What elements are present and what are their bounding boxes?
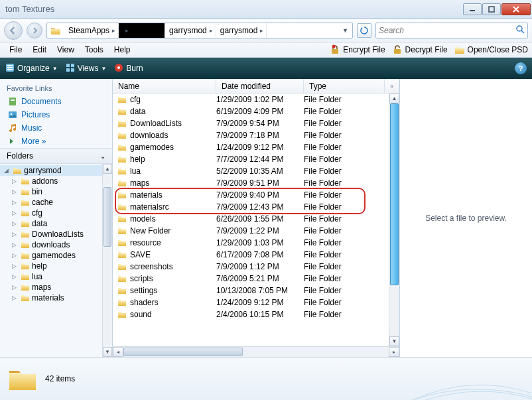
fav-link-pic[interactable]: Pictures [0,108,112,121]
ext-unlock[interactable]: Decrypt File [392,44,448,55]
tree-item[interactable]: ▷DownloadLists [0,229,112,239]
burn-button[interactable]: Burn [114,63,143,74]
ext-lock[interactable]: Encrypt File [330,44,385,55]
file-row[interactable]: lua5/2/2009 10:35 AMFile Folder [113,165,389,177]
file-row[interactable]: data6/19/2009 4:09 PMFile Folder [113,105,389,117]
tree-item[interactable]: ▷downloads [0,239,112,250]
more-icon [8,137,17,146]
tree-item[interactable]: ▷maps [0,282,112,293]
menu-edit[interactable]: Edit [27,43,52,56]
folder-icon [117,214,127,224]
tree-item[interactable]: ▷help [0,261,112,271]
file-row[interactable]: sound2/4/2006 10:15 PMFile Folder [113,308,389,320]
maximize-button[interactable] [482,3,501,15]
folder-icon [117,226,127,236]
file-row[interactable]: models6/26/2009 1:55 PMFile Folder [113,213,389,225]
file-row[interactable]: New Folder7/9/2009 1:22 PMFile Folder [113,225,389,237]
tree-item[interactable]: ▷data [0,218,112,229]
address-dropdown-icon[interactable]: ▼ [338,27,352,34]
tree-scrollbar[interactable]: ▲ ▼ [102,164,112,357]
breadcrumb-item[interactable]: ▸ [119,23,165,38]
column-headers: Name Date modified Type » [113,79,399,94]
chevron-down-icon: ⌄ [100,153,105,160]
folder-icon [21,251,30,260]
svg-point-21 [11,113,13,115]
nav-pane: Favorite Links DocumentsPicturesMusicMor… [0,79,113,357]
search-input[interactable] [379,26,515,35]
file-row[interactable]: cfg1/29/2009 1:02 PMFile Folder [113,94,389,105]
tree-root[interactable]: ◢garrysmod [0,165,112,176]
svg-rect-17 [9,98,16,105]
fav-link-more[interactable]: More » [0,135,112,148]
breadcrumb-item[interactable]: SteamApps▸ [64,23,119,38]
folder-icon [21,219,30,228]
file-list[interactable]: cfg1/29/2009 1:02 PMFile Folderdata6/19/… [113,94,389,346]
svg-rect-18 [11,99,15,100]
tree-item[interactable]: ▷cache [0,197,112,208]
fav-link-music[interactable]: Music [0,121,112,135]
column-overflow[interactable]: » [385,79,399,93]
menu-tools[interactable]: Tools [80,43,109,56]
folders-section-header[interactable]: Folders ⌄ [0,148,112,164]
folder-icon [117,190,127,200]
file-row[interactable]: DownloadLists7/9/2009 9:54 PMFile Folder [113,117,389,129]
svg-rect-8 [7,65,13,66]
svg-rect-11 [66,64,70,67]
address-bar[interactable]: SteamApps▸▸garrysmod▸garrysmod▸ ▼ [46,23,353,38]
file-row[interactable]: gamemodes1/24/2009 9:12 PMFile Folder [113,141,389,153]
file-row[interactable]: maps7/9/2009 9:51 PMFile Folder [113,177,389,189]
ext-psd[interactable]: Open/Close PSD [454,44,528,55]
window-title: tom Textures [5,4,463,14]
file-row[interactable]: shaders1/24/2009 9:12 PMFile Folder [113,297,389,308]
search-box[interactable] [375,23,528,38]
vertical-scrollbar[interactable]: ▲ ▼ [389,94,399,346]
close-button[interactable] [501,3,531,15]
minimize-button[interactable] [463,3,482,15]
breadcrumb-item[interactable]: garrysmod▸ [216,23,267,38]
nav-bar: SteamApps▸▸garrysmod▸garrysmod▸ ▼ [0,19,532,42]
file-row[interactable]: SAVE6/17/2009 7:08 PMFile Folder [113,249,389,261]
horizontal-scrollbar[interactable]: ◂ ▸ [113,346,399,357]
folder-icon [21,283,30,292]
file-row[interactable]: materialsrc7/9/2009 12:43 PMFile Folder [113,201,389,213]
unlock-icon [392,44,403,55]
file-row[interactable]: materials7/9/2009 9:40 PMFile Folder [113,189,389,201]
tree-item[interactable]: ▷addons [0,176,112,186]
menu-view[interactable]: View [52,43,80,56]
tree-item[interactable]: ▷bin [0,186,112,197]
nav-forward-button[interactable] [27,23,42,38]
svg-line-3 [521,31,524,33]
file-row[interactable]: settings10/13/2008 7:05 PMFile Folder [113,285,389,297]
column-type[interactable]: Type [304,79,385,93]
search-icon[interactable] [515,25,525,36]
file-row[interactable]: scripts7/6/2009 5:21 PMFile Folder [113,273,389,285]
tree-item[interactable]: ▷cfg [0,208,112,218]
file-row[interactable]: screenshots7/9/2009 1:12 PMFile Folder [113,261,389,273]
menu-file[interactable]: File [4,43,27,56]
folder-icon [21,240,30,249]
folder-icon [21,272,30,281]
folder-icon [21,261,30,271]
file-row[interactable]: help7/7/2009 12:44 PMFile Folder [113,153,389,165]
folder-icon [117,273,127,284]
tree-item[interactable]: ▷materials [0,293,112,303]
status-count: 42 items [45,374,75,383]
folder-icon [21,293,30,302]
pic-icon [8,110,17,119]
file-list-pane: Name Date modified Type » cfg1/29/2009 1… [113,79,399,357]
menu-help[interactable]: Help [109,43,136,56]
fav-link-doc[interactable]: Documents [0,95,112,108]
breadcrumb-item[interactable]: garrysmod▸ [165,23,216,38]
help-button[interactable]: ? [515,62,527,74]
file-row[interactable]: downloads7/9/2009 7:18 PMFile Folder [113,129,389,141]
views-button[interactable]: Views▼ [66,63,107,74]
organize-button[interactable]: Organize▼ [5,63,58,74]
tree-item[interactable]: ▷gamemodes [0,250,112,261]
tree-item[interactable]: ▷lua [0,271,112,282]
column-date[interactable]: Date modified [216,79,304,93]
folder-icon [117,166,127,176]
file-row[interactable]: resource1/29/2009 1:03 PMFile Folder [113,237,389,249]
column-name[interactable]: Name [113,79,216,93]
refresh-button[interactable] [357,23,371,38]
nav-back-button[interactable] [4,21,23,40]
